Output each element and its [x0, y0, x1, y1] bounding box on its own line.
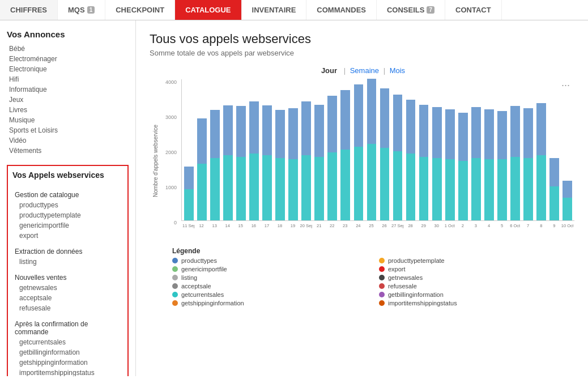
- sidebar-annonce-item[interactable]: Sports et Loisirs: [7, 125, 129, 135]
- nav-item-checkpoint[interactable]: CHECKPOINT: [105, 0, 175, 20]
- bar-stack: [431, 107, 443, 220]
- bar-bottom: [288, 159, 298, 220]
- legend-item: export: [379, 266, 574, 272]
- bar-group: [457, 113, 469, 220]
- sidebar-annonce-item[interactable]: Hifi: [7, 74, 129, 84]
- sidebar-ws-item[interactable]: getbillinginformation: [12, 347, 123, 357]
- sidebar-annonce-item[interactable]: Electronique: [7, 64, 129, 74]
- bar-group: [392, 95, 404, 220]
- bar-stack: [235, 106, 247, 220]
- bar-stack: [222, 105, 234, 220]
- bar-stack: [274, 110, 286, 220]
- bar-top: [549, 158, 559, 186]
- bar-top: [275, 110, 285, 158]
- sidebar-ws-item[interactable]: genericimportfile: [12, 220, 123, 231]
- legend-dot: [379, 258, 385, 263]
- sidebar-webservices-title: Vos Appels webservices: [12, 171, 123, 180]
- nav-item-inventaire[interactable]: INVENTAIRE: [242, 0, 307, 20]
- sidebar-ws-item[interactable]: getshippinginformation: [12, 357, 123, 368]
- sidebar-ws-item[interactable]: acceptsale: [12, 293, 123, 303]
- time-filter-jour[interactable]: Jour: [321, 66, 337, 75]
- legend-item: getnewsales: [379, 274, 574, 281]
- bar-bottom: [236, 157, 246, 220]
- x-axis-label: 16: [248, 221, 259, 242]
- bar-stack: [392, 95, 404, 220]
- bar-stack: [561, 181, 573, 220]
- x-axis-label: 5: [496, 221, 508, 242]
- nav-item-chiffres[interactable]: CHIFFRES: [0, 0, 58, 20]
- sidebar-ws-item[interactable]: producttypes: [12, 200, 123, 210]
- sidebar-webservices-groups: Gestion de catalogueproducttypesproductt…: [12, 184, 123, 376]
- bar-bottom: [223, 155, 233, 220]
- nav-item-commandes[interactable]: COMMANDES: [306, 0, 377, 20]
- bar-bottom: [367, 144, 377, 220]
- nav-item-catalogue[interactable]: CATALOGUE: [175, 0, 241, 20]
- legend-items-container: producttypesproducttypetemplategenericim…: [172, 257, 574, 308]
- time-filter-mois[interactable]: Mois: [390, 66, 405, 75]
- x-axis-label: 13: [208, 221, 220, 242]
- bar-group: [509, 106, 521, 220]
- bar-top: [223, 105, 233, 155]
- sidebar-ws-item[interactable]: refusesale: [12, 303, 123, 313]
- sidebar-annonce-item[interactable]: Vidéo: [7, 135, 129, 146]
- bar-stack: [326, 96, 338, 220]
- bar-group: [300, 101, 312, 220]
- bar-bottom: [393, 151, 403, 220]
- bar-group: [248, 101, 260, 220]
- sidebar-ws-item[interactable]: importitemshippingstatus: [12, 368, 123, 376]
- bar-group: [548, 158, 560, 220]
- legend-label: listing: [181, 274, 197, 281]
- x-axis-label: 29: [417, 221, 429, 242]
- bar-group: [522, 108, 534, 220]
- x-axis-label: 18: [274, 221, 286, 242]
- bar-top: [210, 110, 220, 158]
- sidebar-annonce-item[interactable]: Vêtements: [7, 146, 129, 156]
- sidebar-annonce-item[interactable]: Informatique: [7, 84, 129, 95]
- bar-bottom: [419, 157, 429, 220]
- nav-item-mqs[interactable]: MQS1: [58, 0, 105, 20]
- bar-top: [236, 106, 246, 157]
- bar-group: [444, 109, 456, 220]
- nav-item-contact[interactable]: CONTACT: [445, 0, 502, 20]
- x-axis-label: 25: [365, 221, 377, 242]
- bar-stack: [483, 109, 495, 220]
- x-axis-label: 22: [326, 221, 338, 242]
- sidebar-annonce-item[interactable]: Jeux: [7, 95, 129, 105]
- legend-label: acceptsale: [181, 283, 211, 289]
- x-axis-label: 1 Oct: [444, 221, 455, 242]
- bar-stack: [209, 110, 221, 220]
- sidebar-annonce-item[interactable]: Bébé: [7, 44, 129, 54]
- bar-bottom: [301, 155, 311, 220]
- sidebar-annonce-item[interactable]: Livres: [7, 105, 129, 115]
- bar-top: [523, 108, 533, 158]
- bar-stack: [470, 107, 482, 220]
- bar-stack: [287, 108, 299, 220]
- x-axis-label: 14: [221, 221, 233, 242]
- bar-stack: [418, 105, 430, 220]
- bar-bottom: [432, 158, 442, 220]
- legend-dot: [379, 275, 385, 280]
- sidebar-annonce-item[interactable]: Electroménager: [7, 54, 129, 64]
- bar-top: [340, 90, 350, 150]
- bar-group: [365, 79, 377, 220]
- nav-item-conseils[interactable]: CONSEILS7: [377, 0, 445, 20]
- bar-stack: [522, 108, 534, 220]
- sidebar-ws-item[interactable]: listing: [12, 257, 123, 267]
- page-subtitle: Somme totale de vos appels par webservic…: [150, 49, 574, 57]
- y-tick: 4000: [165, 79, 177, 85]
- y-tick: 2000: [165, 150, 177, 155]
- time-filter-semaine[interactable]: Semaine: [350, 66, 379, 75]
- bar-top: [197, 118, 207, 164]
- x-axis-label: 4: [483, 221, 495, 242]
- bar-bottom: [549, 186, 559, 220]
- sidebar-group-label: Nouvelles ventes: [12, 272, 123, 283]
- y-tick: 3000: [165, 114, 177, 120]
- sidebar-ws-item[interactable]: producttypetemplate: [12, 210, 123, 220]
- sidebar-ws-item[interactable]: export: [12, 231, 123, 241]
- sidebar-ws-item[interactable]: getcurrentsales: [12, 337, 123, 347]
- bar-group: [274, 110, 286, 220]
- sidebar-annonce-item[interactable]: Musique: [7, 115, 129, 125]
- sidebar-ws-item[interactable]: getnewsales: [12, 283, 123, 293]
- legend-dot: [172, 258, 178, 263]
- bar-group: [235, 106, 247, 220]
